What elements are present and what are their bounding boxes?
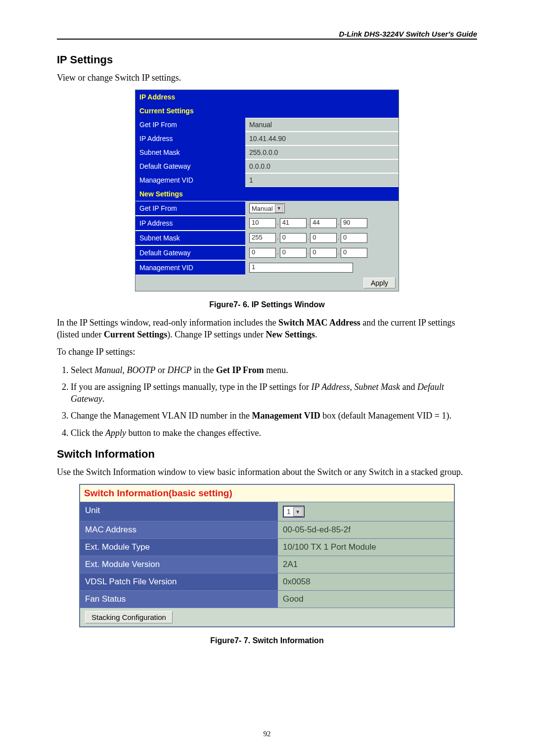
value-management-vid: 1 — [245, 174, 399, 187]
step-3: Change the Management VLAN ID number in … — [71, 410, 477, 422]
dot-icon: . — [277, 234, 279, 241]
label-mac-address: MAC Address — [80, 521, 278, 538]
ip-settings-intro: View or change Switch IP settings. — [57, 72, 477, 84]
label-fan-status: Fan Status — [80, 590, 278, 608]
header-title: D-Link DHS-3224V Switch User's Guide — [339, 30, 477, 38]
ip-address-input-group: 10.41.44.90 — [245, 216, 399, 231]
value-subnet-mask: 255.0.0.0 — [245, 146, 399, 159]
get-ip-from-select[interactable]: Manual▼ — [249, 203, 285, 213]
ip-settings-body-1: In the IP Settings window, read-only inf… — [57, 317, 477, 340]
switch-information-figure: Switch Information(basic setting) Unit 1… — [57, 484, 477, 645]
ip-settings-steps: Select Manual, BOOTP or DHCP in the Get … — [57, 364, 477, 439]
switch-information-title: Switch Information(basic setting) — [80, 485, 454, 502]
chevron-down-icon: ▼ — [293, 507, 303, 517]
label-get-ip-from-new: Get IP From — [135, 201, 245, 215]
label-ip-address-new: IP Address — [135, 216, 245, 230]
switch-information-heading: Switch Information — [57, 448, 477, 461]
figure-caption-7-6: Figure7- 6. IP Settings Window — [57, 300, 477, 309]
value-default-gateway: 0.0.0.0 — [245, 160, 399, 173]
gw-octet-2[interactable]: 0 — [280, 248, 307, 258]
label-subnet-mask-new: Subnet Mask — [135, 231, 245, 245]
dot-icon: . — [277, 248, 279, 256]
new-settings-header: New Settings — [135, 187, 399, 201]
label-get-ip-from: Get IP From — [135, 118, 245, 132]
dot-icon: . — [308, 219, 310, 226]
dot-icon: . — [338, 234, 340, 241]
label-subnet-mask: Subnet Mask — [135, 145, 245, 159]
page-number: 92 — [0, 730, 534, 738]
management-vid-input[interactable]: 1 — [249, 263, 353, 273]
ip-settings-body-2: To change IP settings: — [57, 346, 477, 358]
step-1: Select Manual, BOOTP or DHCP in the Get … — [71, 364, 477, 376]
value-ip-address: 10.41.44.90 — [245, 132, 399, 145]
switch-information-panel: Switch Information(basic setting) Unit 1… — [79, 484, 455, 627]
dot-icon: . — [338, 248, 340, 256]
ip-octet-1[interactable]: 10 — [249, 218, 276, 228]
label-management-vid-new: Management VID — [135, 261, 245, 275]
dot-icon: . — [308, 248, 310, 256]
ip-settings-figure: IP Address Current Settings Get IP FromM… — [57, 90, 477, 309]
switch-information-intro: Use the Switch Information window to vie… — [57, 467, 477, 478]
dot-icon: . — [308, 234, 310, 241]
label-default-gateway-new: Default Gateway — [135, 246, 245, 260]
dot-icon: . — [277, 219, 279, 226]
value-get-ip-from: Manual — [245, 118, 399, 131]
apply-row: Apply — [135, 275, 399, 291]
gw-octet-3[interactable]: 0 — [310, 248, 337, 258]
ip-settings-heading: IP Settings — [57, 53, 477, 66]
apply-button[interactable]: Apply — [363, 278, 396, 288]
ip-octet-2[interactable]: 41 — [280, 218, 307, 228]
gw-octet-4[interactable]: 0 — [341, 248, 367, 258]
page-header: D-Link DHS-3224V Switch User's Guide — [57, 30, 477, 40]
label-ext-module-version: Ext. Module Version — [80, 556, 278, 573]
mask-octet-4[interactable]: 0 — [341, 233, 367, 243]
mask-octet-1[interactable]: 255 — [249, 233, 276, 243]
stacking-configuration-button[interactable]: Stacking Configuration — [85, 611, 173, 623]
label-default-gateway: Default Gateway — [135, 159, 245, 173]
unit-select[interactable]: 1▼ — [283, 506, 305, 518]
figure-caption-7-7: Figure7- 7. Switch Information — [57, 636, 477, 645]
current-settings-header: Current Settings — [135, 104, 399, 118]
mask-octet-3[interactable]: 0 — [310, 233, 337, 243]
label-management-vid: Management VID — [135, 173, 245, 187]
value-fan-status: Good — [278, 590, 454, 608]
value-ext-module-type: 10/100 TX 1 Port Module — [278, 538, 454, 556]
ip-address-panel: IP Address Current Settings Get IP FromM… — [135, 90, 399, 291]
dot-icon: . — [338, 219, 340, 226]
step-4: Click the Apply button to make the chang… — [71, 427, 477, 439]
unit-select-value: 1 — [287, 508, 291, 516]
label-unit: Unit — [80, 502, 278, 521]
stacking-row: Stacking Configuration — [80, 608, 454, 626]
value-mac-address: 00-05-5d-ed-85-2f — [278, 521, 454, 538]
step-2: If you are assigning IP settings manuall… — [71, 381, 477, 405]
label-vdsl-patch-file-version: VDSL Patch File Version — [80, 573, 278, 590]
label-ip-address: IP Address — [135, 132, 245, 145]
gateway-input-group: 0.0.0.0 — [245, 245, 399, 260]
get-ip-from-select-value: Manual — [252, 205, 273, 212]
subnet-mask-input-group: 255.0.0.0 — [245, 231, 399, 245]
value-vdsl-patch-file-version: 0x0058 — [278, 573, 454, 590]
panel-title: IP Address — [135, 90, 399, 104]
gw-octet-1[interactable]: 0 — [249, 248, 276, 258]
label-ext-module-type: Ext. Module Type — [80, 538, 278, 556]
chevron-down-icon: ▼ — [275, 204, 283, 213]
ip-octet-3[interactable]: 44 — [310, 218, 337, 228]
value-ext-module-version: 2A1 — [278, 556, 454, 573]
mask-octet-2[interactable]: 0 — [280, 233, 307, 243]
ip-octet-4[interactable]: 90 — [341, 218, 367, 228]
